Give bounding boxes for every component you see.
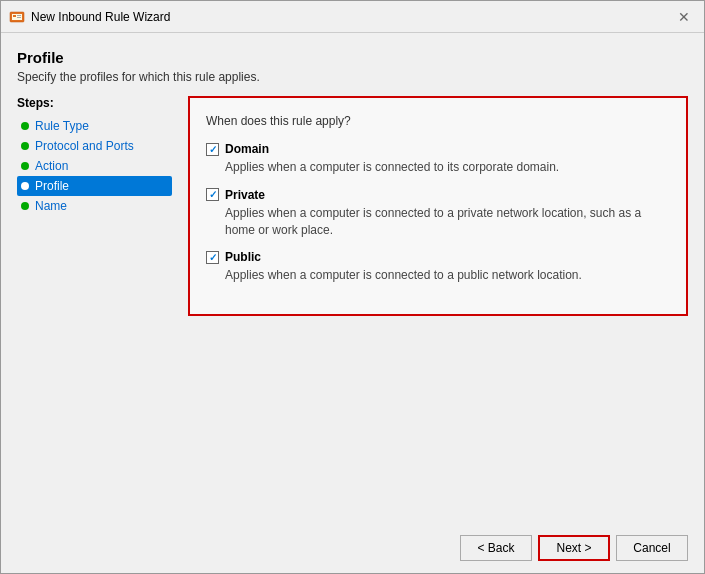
public-description: Applies when a computer is connected to … [225, 267, 670, 284]
step-label-action: Action [35, 159, 68, 173]
svg-rect-4 [17, 17, 21, 18]
steps-label: Steps: [17, 96, 172, 110]
private-label: Private [225, 188, 265, 202]
sidebar-item-action[interactable]: Action [17, 156, 172, 176]
next-button[interactable]: Next > [538, 535, 610, 561]
wizard-icon [9, 9, 25, 25]
public-checkbox[interactable] [206, 251, 219, 264]
wizard-window: New Inbound Rule Wizard ✕ Profile Specif… [0, 0, 705, 574]
sidebar-item-rule-type[interactable]: Rule Type [17, 116, 172, 136]
profile-option-private: Private Applies when a computer is conne… [206, 188, 670, 239]
close-button[interactable]: ✕ [672, 5, 696, 29]
step-dot-profile [21, 182, 29, 190]
step-label-protocol-ports: Protocol and Ports [35, 139, 134, 153]
profile-option-public: Public Applies when a computer is connec… [206, 250, 670, 284]
profile-option-domain-header: Domain [206, 142, 670, 156]
page-title: Profile [17, 49, 688, 66]
sidebar-item-profile[interactable]: Profile [17, 176, 172, 196]
private-checkbox[interactable] [206, 188, 219, 201]
rule-box: When does this rule apply? Domain Applie… [188, 96, 688, 316]
main-row: Steps: Rule Type Protocol and Ports Acti… [17, 96, 688, 523]
profile-option-domain: Domain Applies when a computer is connec… [206, 142, 670, 176]
svg-rect-2 [13, 15, 16, 17]
domain-checkbox[interactable] [206, 143, 219, 156]
domain-description: Applies when a computer is connected to … [225, 159, 670, 176]
cancel-button[interactable]: Cancel [616, 535, 688, 561]
page-subtitle: Specify the profiles for which this rule… [17, 70, 688, 84]
step-label-name: Name [35, 199, 67, 213]
content-area: Profile Specify the profiles for which t… [1, 33, 704, 523]
title-bar: New Inbound Rule Wizard ✕ [1, 1, 704, 33]
step-dot-rule-type [21, 122, 29, 130]
svg-rect-3 [17, 15, 21, 16]
step-dot-name [21, 202, 29, 210]
sidebar-item-name[interactable]: Name [17, 196, 172, 216]
profile-option-private-header: Private [206, 188, 670, 202]
title-bar-text: New Inbound Rule Wizard [31, 10, 672, 24]
footer: < Back Next > Cancel [1, 523, 704, 573]
public-label: Public [225, 250, 261, 264]
sidebar: Steps: Rule Type Protocol and Ports Acti… [17, 96, 172, 523]
private-description: Applies when a computer is connected to … [225, 205, 670, 239]
step-label-rule-type: Rule Type [35, 119, 89, 133]
step-dot-protocol-ports [21, 142, 29, 150]
profile-option-public-header: Public [206, 250, 670, 264]
sidebar-item-protocol-ports[interactable]: Protocol and Ports [17, 136, 172, 156]
step-dot-action [21, 162, 29, 170]
right-panel: When does this rule apply? Domain Applie… [172, 96, 688, 523]
domain-label: Domain [225, 142, 269, 156]
rule-box-question: When does this rule apply? [206, 114, 670, 128]
back-button[interactable]: < Back [460, 535, 532, 561]
step-label-profile: Profile [35, 179, 69, 193]
